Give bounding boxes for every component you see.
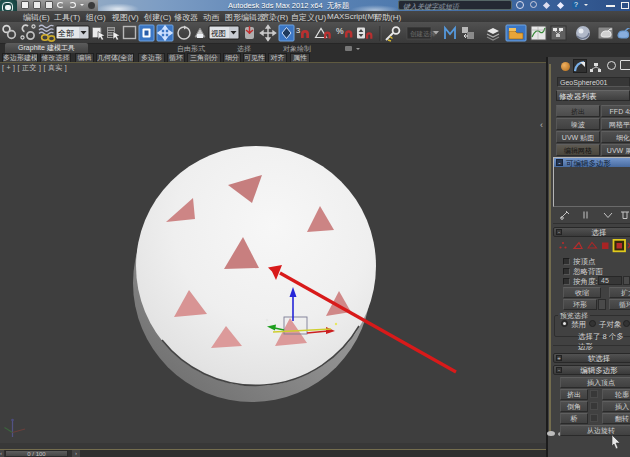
svg-text:视图: 视图 bbox=[211, 29, 226, 38]
svg-text:3: 3 bbox=[296, 26, 300, 35]
svg-text:%: % bbox=[336, 26, 344, 36]
svg-text:创建选择: 创建选择 bbox=[410, 30, 437, 38]
svg-text:全部: 全部 bbox=[58, 29, 74, 38]
